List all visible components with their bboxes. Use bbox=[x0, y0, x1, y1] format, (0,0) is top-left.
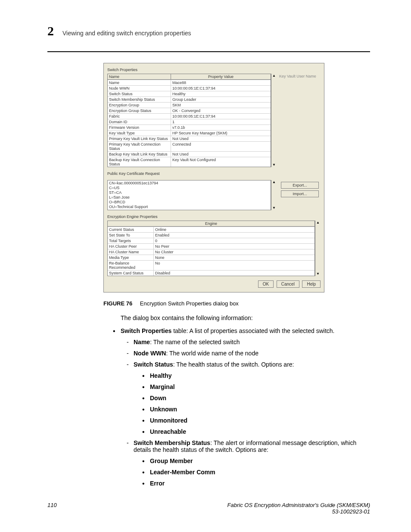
table-row[interactable]: NameMace88 bbox=[108, 80, 271, 85]
table-row[interactable]: Primary Key Vault Connection StatusConne… bbox=[108, 141, 271, 151]
scrollbar[interactable]: ▲ ▼ bbox=[271, 180, 277, 210]
list-item: Name: The name of the selected switch bbox=[134, 339, 370, 345]
import-button[interactable]: Import... bbox=[281, 190, 319, 197]
scrollbar[interactable]: ▲ ▼ bbox=[271, 74, 277, 167]
table-row[interactable]: Media TypeNone bbox=[108, 255, 314, 260]
cert-request-label: Public Key Certificate Request bbox=[107, 171, 321, 176]
switch-properties-label: Switch Properties bbox=[107, 68, 321, 72]
table-row[interactable]: Switch StatusHealthy bbox=[108, 91, 271, 96]
table-row[interactable]: Encryption GroupSKM bbox=[108, 102, 271, 108]
table-row[interactable]: Domain ID1 bbox=[108, 119, 271, 124]
scroll-up-icon[interactable]: ▲ bbox=[271, 180, 277, 184]
list-item: Unreachable bbox=[150, 428, 370, 435]
engine-column-header[interactable]: Engine bbox=[108, 221, 314, 227]
list-item: Node WWN: The world wide name of the nod… bbox=[134, 350, 370, 357]
scroll-up-icon[interactable]: ▲ bbox=[315, 221, 321, 225]
table-row[interactable]: Key Vault TypeHP Secure Key Manager (SKM… bbox=[108, 130, 271, 136]
help-button[interactable]: Help bbox=[302, 280, 321, 288]
ok-button[interactable]: OK bbox=[258, 280, 274, 288]
list-item: Switch Membership Status: The alert or i… bbox=[134, 439, 370, 487]
list-item: Unknown bbox=[150, 406, 370, 413]
table-row[interactable]: Current StatusOnline bbox=[108, 227, 314, 232]
scrollbar[interactable]: ▲ ▼ bbox=[315, 221, 321, 276]
column-name-header[interactable]: Name bbox=[108, 74, 171, 79]
table-row[interactable]: Switch Membership StatusGroup Leader bbox=[108, 96, 271, 102]
list-item: Switch Properties table: A list of prope… bbox=[121, 327, 370, 487]
list-item: Leader-Member Comm bbox=[150, 469, 370, 476]
table-row[interactable]: HA Cluster NameNo Cluster bbox=[108, 249, 314, 255]
chapter-title: Viewing and editing switch encryption pr… bbox=[62, 30, 191, 37]
list-item: Unmonitored bbox=[150, 417, 370, 424]
intro-paragraph: The dialog box contains the following in… bbox=[121, 314, 370, 321]
scroll-down-icon[interactable]: ▼ bbox=[315, 272, 321, 276]
table-row[interactable]: Fabric10:00:00:05:1E:C1:37:94 bbox=[108, 113, 271, 119]
export-button[interactable]: Export... bbox=[281, 182, 319, 189]
table-row[interactable]: System Card StatusDisabled bbox=[108, 270, 314, 276]
table-row[interactable]: Backup Key Vault Link Key StatusNot Used bbox=[108, 151, 271, 157]
column-value-header[interactable]: Property Value bbox=[171, 74, 271, 79]
list-item: Group Member bbox=[150, 457, 370, 464]
table-row[interactable]: Total Targets0 bbox=[108, 238, 314, 243]
figure-caption: Encryption Switch Properties dialog box bbox=[140, 300, 239, 307]
doc-number: 53-1002923-01 bbox=[332, 508, 370, 515]
page-number: 110 bbox=[47, 502, 57, 515]
table-row[interactable]: Backup Key Vault Connection StatusKey Va… bbox=[108, 157, 271, 167]
table-row[interactable]: Set State ToEnabled bbox=[108, 232, 314, 238]
cancel-button[interactable]: Cancel bbox=[277, 280, 299, 288]
list-item: Healthy bbox=[150, 372, 370, 379]
table-row[interactable]: Node WWN10:00:00:05:1E:C1:37:94 bbox=[108, 85, 271, 91]
ee-properties-label: Encryption Engine Properties bbox=[107, 215, 321, 219]
figure-label: FIGURE 76 bbox=[103, 300, 132, 307]
table-row[interactable]: Encryption Group StatusOK - Converged bbox=[108, 108, 271, 113]
header-rule bbox=[47, 51, 370, 52]
scroll-down-icon[interactable]: ▼ bbox=[271, 163, 277, 167]
table-row[interactable]: Firmware Versionv7.0.1b bbox=[108, 124, 271, 130]
chapter-number: 2 bbox=[47, 24, 54, 38]
list-item: Marginal bbox=[150, 383, 370, 390]
scroll-up-icon[interactable]: ▲ bbox=[271, 74, 277, 78]
key-vault-user-name-column: Key Vault User Name bbox=[277, 74, 321, 167]
encryption-switch-properties-dialog: Switch Properties Name Property Value Na… bbox=[103, 63, 324, 292]
cert-text-area[interactable]: CN=kac.000000051ec13794 C=US ST=CA L=San… bbox=[108, 180, 271, 210]
scroll-down-icon[interactable]: ▼ bbox=[271, 206, 277, 210]
doc-title: Fabric OS Encryption Administrator's Gui… bbox=[227, 502, 370, 508]
table-row[interactable]: Re-Balance RecommendedNo bbox=[108, 260, 314, 270]
table-row[interactable]: HA Cluster PeerNo Peer bbox=[108, 243, 314, 249]
list-item: Down bbox=[150, 395, 370, 401]
list-item: Switch Status: The health status of the … bbox=[134, 361, 370, 435]
list-item: Error bbox=[150, 480, 370, 487]
table-row[interactable]: Primary Key Vault Link Key StatusNot Use… bbox=[108, 136, 271, 141]
